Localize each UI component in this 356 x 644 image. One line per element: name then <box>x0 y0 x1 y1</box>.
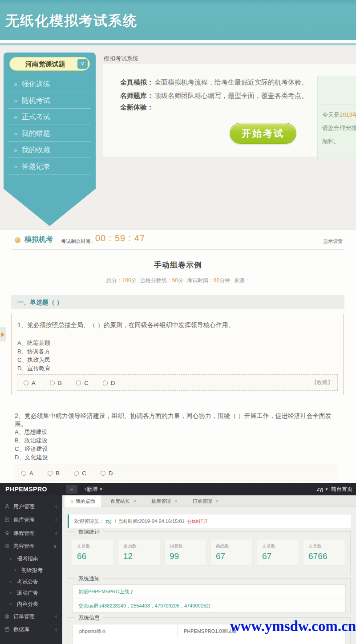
admin-nav-courses[interactable]: 课程管理‹ <box>0 527 62 539</box>
radio-icon[interactable] <box>24 381 28 385</box>
stats-panel: 数据统计 文章数66 会员数12 回复数99 商品数67 文章数67 文章数67… <box>68 531 351 574</box>
favorite-link[interactable]: 【收藏】 <box>312 375 333 390</box>
feature-label: 全真模拟： <box>120 78 154 86</box>
feature-line: 名师题库：顶级名师团队精心编写，题型全面，覆盖各类考点。 <box>120 92 308 100</box>
double-chevron-icon: » <box>14 163 17 170</box>
admin-nav-database[interactable]: 数据库‹ <box>0 624 62 635</box>
chevron-down-icon[interactable]: ∨ <box>77 59 88 69</box>
exam-panel: 模拟机考 考试剩余时间： 00 : 59 : 47 显示设置 手动组卷示例 总分… <box>0 229 356 483</box>
tab-my-desktop[interactable]: ⌂我的桌面 <box>65 495 101 507</box>
notification-link[interactable]: 新版PHPEMSPRO上线了 <box>73 585 345 599</box>
choice-letter: C <box>84 380 88 386</box>
add-new-menu[interactable]: +新增▼ <box>84 483 103 496</box>
answer-strip: A B C D <box>15 465 338 481</box>
choice-letter: D <box>109 470 113 477</box>
answer-choice-a[interactable]: A <box>24 380 36 386</box>
admin-nav-exam-announcements[interactable]: ›考试公告 <box>0 576 62 587</box>
sidebar-item-label: 正式考试 <box>22 113 50 121</box>
answer-choice-b[interactable]: B <box>48 470 60 477</box>
sidebar-item-random-exam[interactable]: »随机考试 <box>8 92 91 109</box>
option-item: B、协调各方 <box>17 347 50 356</box>
paper-title: 手动组卷示例 <box>0 260 356 270</box>
user-menu[interactable]: zyj▼ <box>316 483 328 496</box>
close-icon[interactable]: × <box>174 498 177 504</box>
question-text: 1、党必须按照总揽全局、（ ）的原则，在同级各种组织中发挥领导核心作用。 <box>17 321 338 329</box>
caret-down-icon: ▼ <box>99 487 103 491</box>
notifications-panel-title: 系统通知 <box>75 575 103 583</box>
notice-line: 顺利。 <box>322 138 340 146</box>
choice-letter: C <box>82 470 86 477</box>
nav-label: 滚动广告 <box>17 587 38 599</box>
sidebar-item-label: 强化训练 <box>22 80 50 88</box>
close-icon[interactable]: × <box>134 498 136 504</box>
sidebar-item-intensive-training[interactable]: »强化训练 <box>8 76 91 92</box>
header-divider <box>12 249 344 250</box>
radio-icon[interactable] <box>103 381 108 385</box>
frontend-home-link[interactable]: 前台首页 <box>331 483 352 495</box>
admin-brand: PHPEMSPRO <box>5 483 47 495</box>
sidebar-item-answer-records[interactable]: »答题记录 <box>8 158 91 174</box>
paper-meta: 总分：100分合格分数线：60分考试时间：60分钟来源： <box>0 277 356 284</box>
nav-label: 内容分类 <box>17 598 38 610</box>
feature-label: 全新体验： <box>120 103 154 111</box>
category-selector[interactable]: 河南党课试题 ∨ <box>9 57 90 71</box>
meta-unit: 分 <box>178 277 183 284</box>
answer-choice-a[interactable]: A <box>21 470 33 477</box>
stat-card-articles-3: 文章数6766 <box>303 539 345 566</box>
stat-label: 文章数 <box>308 543 345 549</box>
radio-icon[interactable] <box>74 471 79 476</box>
timer-value: 00 : 59 : 47 <box>95 233 145 243</box>
meta-value: 60 <box>214 277 219 284</box>
answer-choice-d[interactable]: D <box>101 470 113 477</box>
answer-choice-c[interactable]: C <box>74 470 86 477</box>
admin-nav-signup-guide[interactable]: ›报考指南 <box>0 553 62 564</box>
nav-label: 初级报考 <box>21 564 43 576</box>
tab-baidu-webmaster[interactable]: 百度站长× <box>105 495 142 507</box>
admin-nav-content[interactable]: 内容管理∨ <box>0 540 62 552</box>
tab-question-bank[interactable]: 题库管理× <box>146 495 183 507</box>
stat-card-products: 商品数67 <box>210 539 253 566</box>
order-icon <box>4 614 10 619</box>
radio-icon[interactable] <box>50 381 55 385</box>
hamburger-icon[interactable]: ≡ <box>66 485 77 494</box>
option-item: C、执政为民 <box>17 356 50 364</box>
display-settings-link[interactable]: 显示设置 <box>323 238 343 245</box>
info-key: phpems版本 <box>73 624 178 638</box>
admin-nav-users[interactable]: 用户管理‹ <box>0 501 62 512</box>
radio-icon[interactable] <box>76 381 81 385</box>
nav-label: 用户管理 <box>13 501 35 512</box>
radio-icon[interactable] <box>48 471 53 476</box>
admin-nav-beginner-signup[interactable]: ›初级报考 <box>0 564 62 576</box>
close-icon[interactable]: × <box>216 498 218 504</box>
option-item: A、统筹兼顾 <box>17 339 50 347</box>
radio-icon[interactable] <box>101 471 105 476</box>
question-nav-tab[interactable] <box>0 328 6 341</box>
admin-nav-scrolling-ads[interactable]: ›滚动广告 <box>0 587 62 599</box>
tab-label: 订单管理 <box>193 498 212 504</box>
user-icon <box>4 504 10 509</box>
option-item: A、思想建设 <box>15 428 48 436</box>
table-row <box>73 638 345 644</box>
sidebar-item-label: 我的错题 <box>22 130 50 137</box>
bullet-icon <box>15 237 20 243</box>
stat-label: 文章数 <box>77 543 113 549</box>
start-exam-button[interactable]: 开始考试 <box>230 123 296 144</box>
radio-icon[interactable] <box>21 471 26 476</box>
sidebar-item-my-mistakes[interactable]: »我的错题 <box>8 125 91 142</box>
answer-choice-b[interactable]: B <box>50 380 62 386</box>
notifications-panel: 系统通知 新版PHPEMSPRO上线了 交流qq群:(438228249，255… <box>68 578 351 613</box>
sidebar-item-formal-exam[interactable]: »正式考试 <box>8 109 91 125</box>
notification-link[interactable]: 交流qq群:(438228249，2554408，479709205，47490… <box>73 599 345 612</box>
question-block-2: 2、党必须集中精力领导经济建设，组织、协调各方面的力量，同心协力，围绕（ ）开展… <box>11 410 344 483</box>
option-list: A、思想建设 B、政治建设 C、经济建设 D、文化建设 <box>15 428 48 462</box>
chevron-left-icon: ‹ <box>55 501 57 512</box>
sidebar-item-my-favorites[interactable]: »我的收藏 <box>8 142 91 158</box>
admin-nav-orders[interactable]: 订单管理‹ <box>0 611 62 622</box>
answer-choice-c[interactable]: C <box>76 380 88 386</box>
admin-nav-content-categories[interactable]: ›内容分类 <box>0 598 62 610</box>
feature-line: 全真模拟：全面模拟机考流程，给考生最贴近实际的机考体验。 <box>120 78 308 87</box>
tab-orders[interactable]: 订单管理× <box>187 495 224 507</box>
open-in-tab-link[interactable]: 在tab打开 <box>187 518 208 524</box>
admin-nav-question-bank[interactable]: 题库管理‹ <box>0 514 62 526</box>
answer-choice-d[interactable]: D <box>103 380 115 386</box>
